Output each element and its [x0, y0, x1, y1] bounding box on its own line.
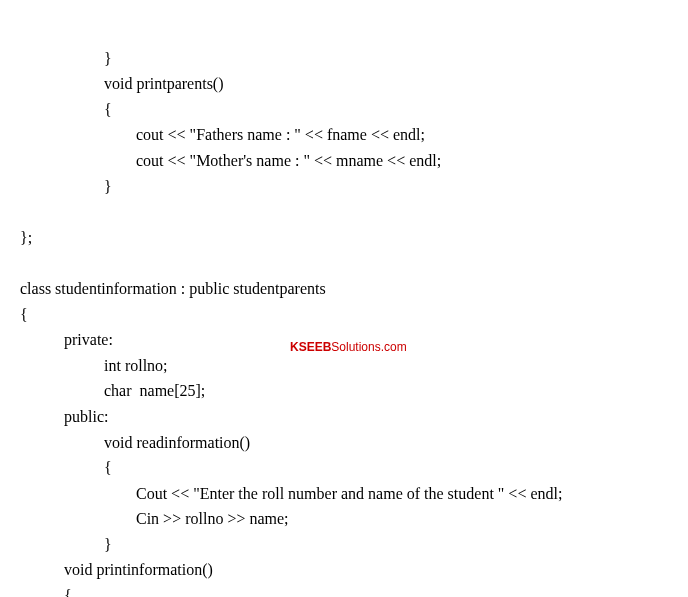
- code-line: Cout << "Enter the roll number and name …: [20, 485, 562, 502]
- code-line: public:: [20, 408, 108, 425]
- watermark-suffix: Solutions.com: [331, 340, 406, 354]
- code-line: };: [20, 229, 32, 246]
- code-line: void readinformation(): [20, 434, 250, 451]
- watermark-prefix: KSEEB: [290, 340, 331, 354]
- code-line: private:: [20, 331, 113, 348]
- watermark: KSEEBSolutions.com: [290, 340, 407, 354]
- code-line: {: [20, 306, 28, 323]
- code-line: {: [20, 587, 72, 597]
- code-line: Cin >> rollno >> name;: [20, 510, 289, 527]
- code-line: {: [20, 459, 112, 476]
- code-line: int rollno;: [20, 357, 168, 374]
- code-line: cout << "Fathers name : " << fname << en…: [20, 126, 425, 143]
- code-line: void printparents(): [20, 75, 224, 92]
- code-line: cout << "Mother's name : " << mname << e…: [20, 152, 441, 169]
- code-line: char name[25];: [20, 382, 205, 399]
- code-line: class studentinformation : public studen…: [20, 280, 326, 297]
- code-line: }: [20, 50, 112, 67]
- code-line: }: [20, 536, 112, 553]
- code-snippet: } void printparents() { cout << "Fathers…: [20, 20, 668, 597]
- code-line: }: [20, 178, 112, 195]
- code-line: void printinformation(): [20, 561, 213, 578]
- code-line: {: [20, 101, 112, 118]
